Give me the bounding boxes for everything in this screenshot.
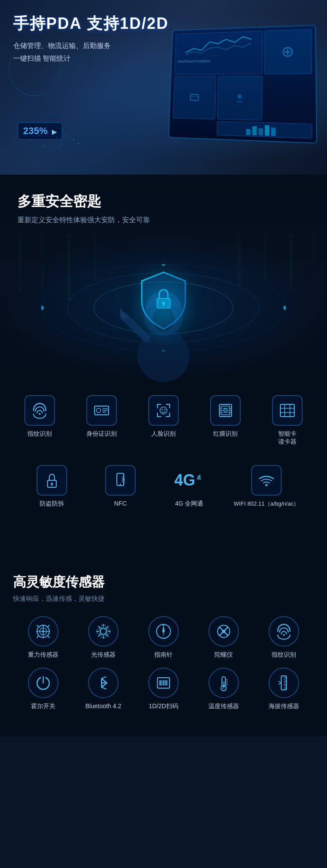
sensor-fingerprint2: 指纹识别 [255,616,312,659]
nfc-icon-box [105,465,136,496]
hero-section: Dashboard Analytics [0,0,327,175]
fingerprint-label: 指纹识别 [27,430,52,438]
wifi-icon-box [251,465,282,496]
face-label: 人脸识别 [151,430,176,438]
svg-point-27 [283,306,286,310]
svg-rect-6 [259,128,263,135]
fingerprint2-icon-box [269,616,299,647]
fingerprint2-label: 指纹识别 [272,651,296,659]
feature-lock: 防盗防拆 [26,465,78,508]
id-card-label: 身份证识别 [86,430,117,438]
svg-point-21 [91,141,92,143]
svg-point-69 [42,630,44,633]
nfc-label: NFC [114,500,127,507]
svg-text:N: N [162,623,164,627]
bluetooth-label: Bluetooth 4.2 [85,703,122,710]
security-features-section: 指纹识别 身份证识别 [0,382,327,534]
hall-icon-box [28,668,58,698]
world-map-visual [26,122,96,157]
svg-point-31 [162,302,165,305]
4g-icon-box: 4G [174,465,204,496]
svg-point-19 [69,146,71,147]
sensors-subtitle: 快速响应，迅速传感，灵敏快捷 [13,595,314,603]
temperature-icon-box [208,668,239,698]
scan-icon-box [148,668,179,698]
feature-smart-card: 智能卡读卡器 [259,395,316,446]
feature-id-card: 身份证识别 [73,395,130,438]
svg-point-47 [164,409,166,410]
hero-text-block: 手持PDA 支持1D/2D 仓储管理、物流运输、后勤服务 一键扫描 智能统计 [13,13,169,65]
sensors-row-2: 霍尔开关 Bluetooth 4.2 [13,668,314,710]
svg-point-90 [283,634,285,636]
hero-subtitle: 仓储管理、物流运输、后勤服务 一键扫描 智能统计 [13,40,169,65]
light-icon-box [88,616,119,647]
gyro-icon-box [208,616,239,647]
svg-point-89 [222,630,225,633]
lock-label: 防盗防拆 [40,500,64,508]
sensor-compass: N 指南针 [135,616,192,659]
iris-label: 红膜识别 [213,430,238,438]
svg-rect-7 [265,125,269,136]
features-row-1: 指纹识别 身份证识别 [9,395,318,446]
4g-label: 4G 全网通 [175,500,203,508]
svg-rect-102 [223,681,225,689]
svg-point-22 [30,139,31,141]
sensor-gyro: 陀螺仪 [195,616,252,659]
svg-rect-8 [271,127,276,136]
connectivity-row: 防盗防拆 NFC 4G [9,456,318,521]
svg-rect-4 [246,129,250,135]
hero-title: 手持PDA 支持1D/2D [13,13,169,34]
sensor-scan: 1D/2D扫码 [135,668,192,710]
lock-icon-box [37,465,67,496]
gravity-icon-box [28,616,58,647]
id-card-icon-box [86,395,117,426]
svg-point-20 [78,142,79,144]
gyro-label: 陀螺仪 [215,651,233,659]
altitude-label: 海拔传感器 [269,703,299,710]
feature-fingerprint: 指纹识别 [11,395,68,438]
svg-point-70 [100,628,106,634]
gravity-label: 重力传感器 [28,651,58,659]
svg-point-41 [96,408,101,413]
svg-point-46 [162,409,163,410]
svg-point-15 [34,144,36,145]
svg-point-60 [51,483,53,485]
smart-card-icon-box [272,395,303,426]
feature-4g: 4G 4G 全网通 [163,465,215,508]
svg-point-39 [39,413,41,415]
sensor-light: 光传感器 [75,616,132,659]
wifi-label: WIFI 802.11（a/bg/n/ac） [234,500,299,508]
svg-line-23 [39,135,57,138]
feature-face: 人脸识别 [135,395,192,438]
svg-point-18 [60,143,62,145]
security-visual: 01010110100101001010101 1010100101011010… [0,234,327,382]
smart-card-label: 智能卡读卡器 [278,430,296,446]
svg-point-45 [160,407,167,414]
feature-nfc: NFC [94,465,146,507]
svg-point-28 [162,264,165,266]
bluetooth-icon-box [88,668,119,698]
svg-line-25 [48,133,65,134]
compass-label: 指南针 [154,651,173,659]
hero-tablet-visual: Dashboard Analytics [168,24,317,144]
light-label: 光传感器 [91,651,116,659]
sensor-hall: 霍尔开关 [15,668,72,710]
svg-point-3 [238,94,242,99]
sensors-section: 高灵敏度传感器 快速响应，迅速传感，灵敏快捷 重力传 [0,556,327,737]
sensor-gravity: 重力传感器 [15,616,72,659]
compass-icon-box: N [148,616,179,647]
security-section: 多重安全密匙 重新定义安全特性体验强大安防，安全可靠 0101011010010… [0,175,327,382]
svg-point-26 [41,306,44,310]
svg-point-14 [82,135,84,136]
security-title: 多重安全密匙 [17,192,310,211]
shield-icon [137,270,190,333]
sensors-row-1: 重力传感器 光传 [13,616,314,659]
svg-rect-5 [252,126,256,135]
svg-point-64 [266,484,268,486]
svg-point-17 [52,141,53,143]
fingerprint-icon-box [24,395,55,426]
sensors-title: 高灵敏度传感器 [13,573,314,591]
scan-label: 1D/2D扫码 [149,703,178,710]
security-subtitle: 重新定义安全特性体验强大安防，安全可靠 [17,216,310,225]
sensor-altitude: 海拔传感器 [255,668,312,710]
